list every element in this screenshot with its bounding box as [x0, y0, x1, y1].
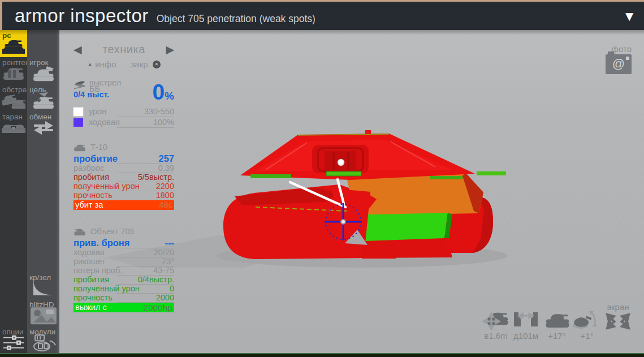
- stat-row: потеря проб.43-75: [74, 266, 174, 275]
- gun-pitch-tool[interactable]: +17°: [541, 303, 573, 344]
- sidebar-item-xray[interactable]: рентген: [0, 57, 27, 84]
- view-toolbar: в1.6m д101м +17°: [478, 303, 642, 344]
- tank-turret: [240, 130, 506, 180]
- photo-label: фото: [598, 44, 632, 54]
- info-toggle[interactable]: ▲ инфо: [87, 59, 116, 69]
- shot-section: выстрел ББ 0/4 выст. 0% урон 330-550 ход…: [74, 79, 174, 127]
- stat-row: прочность1800: [74, 191, 174, 200]
- hull-rotate-tool[interactable]: +1°: [571, 303, 603, 344]
- player-tank-icon: [31, 65, 56, 82]
- stat-row: прочность2000: [74, 293, 174, 302]
- fullscreen-tool[interactable]: экран: [602, 303, 634, 344]
- sidebar-item-swap[interactable]: обмен: [27, 111, 59, 139]
- vehicle-nav-title: техника: [102, 43, 145, 56]
- blitzhd-thumbnail-icon: [30, 307, 57, 325]
- panel-subnav: ▲ инфо закр. ✕: [74, 59, 174, 69]
- move-camera-tool[interactable]: в1.6m: [480, 303, 512, 344]
- distance-tool[interactable]: д101м: [510, 303, 542, 344]
- attacker-tank-icon: [74, 143, 86, 152]
- bottom-status-strip: [0, 353, 644, 357]
- sidebar-item-blitzhd[interactable]: blitzHD: [27, 299, 59, 326]
- stat-row: пробития5/5выстр.: [74, 173, 174, 182]
- swap-arrows-icon: [32, 119, 55, 136]
- sidebar-left-column: pc рентген обстрел таран: [0, 30, 27, 357]
- decay-curve-icon: [32, 280, 55, 297]
- info-label: инфо: [95, 59, 116, 69]
- track-swatch: [74, 118, 83, 127]
- distance-icon: [513, 309, 539, 330]
- sidebar-right-column: игрок цель обмен кр/зел: [27, 30, 59, 357]
- photo-button[interactable]: фото @: [598, 44, 632, 76]
- sidebar-item-color-scale[interactable]: кр/зел: [27, 272, 59, 299]
- close-icon: ✕: [153, 61, 161, 68]
- sliders-icon: [2, 335, 25, 351]
- penetration-row: пробитие257: [74, 153, 174, 164]
- stat-row: разброс0.39: [74, 164, 174, 173]
- track-row: ходовая 100%: [74, 118, 174, 127]
- modules-icon: [31, 334, 57, 352]
- effective-armor-row: прив. броня---: [74, 238, 174, 248]
- stat-row: ходовая20/20: [74, 248, 174, 257]
- close-panel-button[interactable]: закр. ✕: [131, 59, 160, 69]
- armor-inspector-app: armor inspector Object 705 penetration (…: [0, 0, 644, 357]
- sidebar-item-pc[interactable]: pc: [0, 30, 27, 57]
- stat-row: полученный урон0: [74, 284, 174, 293]
- shots-count: 0/4 выст.: [74, 90, 109, 99]
- app-title: armor inspector: [15, 2, 149, 30]
- camera-icon: @: [606, 54, 632, 74]
- sidebar-item-modules[interactable]: модули: [27, 326, 59, 354]
- info-panel: ◀ техника ▶ ▲ инфо закр. ✕ выстрел: [74, 43, 174, 312]
- fullscreen-expand-icon: [604, 311, 632, 330]
- sidebar-item-shelling[interactable]: обстрел: [0, 84, 27, 111]
- shelling-tanks-icon: [2, 92, 25, 109]
- target-name: Объект 705: [90, 227, 135, 236]
- sidebar-item-options[interactable]: опции: [0, 326, 27, 354]
- next-vehicle-button[interactable]: ▶: [166, 44, 174, 55]
- damage-swatch: [74, 107, 83, 116]
- stat-row: пробития0/4выстр.: [74, 275, 174, 284]
- xray-tank-icon: [2, 66, 25, 81]
- turret-marker-dot: [338, 160, 344, 166]
- sidebar-item-player[interactable]: игрок: [27, 57, 59, 84]
- window-edge-left: [0, 0, 2, 30]
- survive-hp-bar: выжил с2000hp: [74, 303, 174, 312]
- gun-pitch-tank-icon: [543, 309, 570, 330]
- attacker-name: Т-10: [90, 143, 107, 152]
- rotate-tank-icon: [572, 309, 602, 332]
- pen-chance: 0%: [152, 83, 174, 106]
- hulldown-tank-icon: [2, 38, 25, 55]
- close-label: закр.: [131, 59, 150, 69]
- move-tank-icon: [482, 309, 509, 330]
- window-edge-top: [0, 0, 644, 2]
- menu-dropdown-icon[interactable]: ▼: [623, 10, 636, 23]
- damage-row: урон 330-550: [74, 107, 174, 117]
- sidebar-item-ram[interactable]: таран: [0, 111, 27, 139]
- attacker-section: Т-10 пробитие257 разброс0.39 пробития5/5…: [74, 142, 174, 210]
- titlebar: armor inspector Object 705 penetration (…: [2, 2, 644, 30]
- stat-row: полученный урон2200: [74, 182, 174, 191]
- vehicle-nav: ◀ техника ▶: [74, 43, 174, 56]
- target-tank-icon: [31, 92, 56, 109]
- shells-icon: [74, 80, 87, 89]
- info-caret-icon: ▲: [87, 61, 93, 67]
- page-title: Object 705 penetration (weak spots): [157, 13, 315, 25]
- stat-row: рикошет73°: [74, 257, 174, 266]
- kill-time-bar: убит за48с: [74, 200, 174, 210]
- sidebar-item-target[interactable]: цель: [27, 84, 59, 111]
- target-tank-icon: [74, 227, 86, 236]
- target-section: Объект 705 прив. броня--- ходовая20/20 р…: [74, 226, 174, 312]
- prev-vehicle-button[interactable]: ◀: [74, 44, 82, 55]
- ram-tanks-icon: [2, 119, 25, 136]
